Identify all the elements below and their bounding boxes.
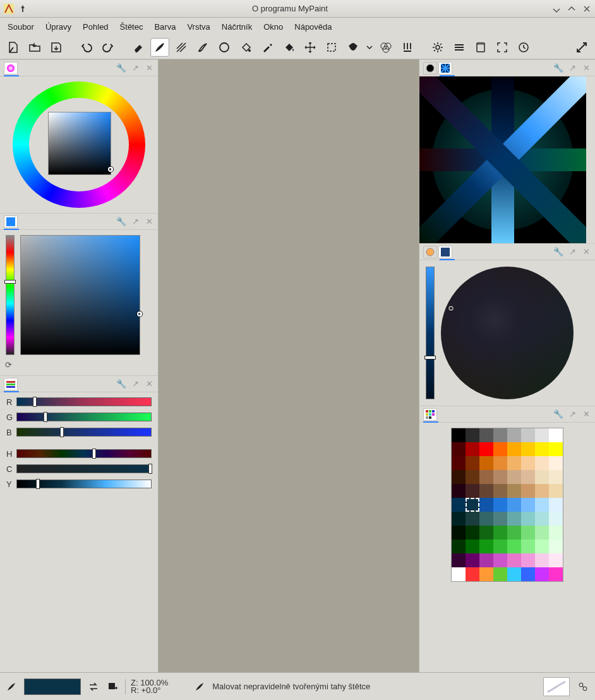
palette-swatch[interactable] xyxy=(493,567,507,581)
palette-swatch[interactable] xyxy=(549,428,563,442)
scratchpad-button[interactable] xyxy=(471,38,490,57)
add-color-icon[interactable] xyxy=(106,677,119,696)
palette-swatch[interactable] xyxy=(479,470,493,484)
palette-swatch[interactable] xyxy=(535,442,549,456)
palette-swatch[interactable] xyxy=(466,526,479,540)
palette-swatch[interactable] xyxy=(521,512,535,526)
slider-g[interactable]: G xyxy=(6,411,152,423)
palette-swatch[interactable] xyxy=(507,442,521,456)
close-icon[interactable]: ✕ xyxy=(144,217,154,227)
palette-swatch[interactable] xyxy=(535,526,549,540)
brush-preview[interactable] xyxy=(543,677,570,696)
palette-swatch[interactable] xyxy=(549,456,563,470)
expand-button[interactable] xyxy=(572,38,591,57)
palette-swatch[interactable] xyxy=(466,442,479,456)
close-icon[interactable]: ✕ xyxy=(581,63,591,73)
wash-square-tab[interactable] xyxy=(438,246,452,258)
cross-picker[interactable] xyxy=(419,76,586,243)
palette-swatch[interactable] xyxy=(521,428,535,442)
current-color-swatch[interactable] xyxy=(24,679,81,695)
slider-y[interactable]: Y xyxy=(6,478,152,490)
palette-swatch[interactable] xyxy=(493,553,507,567)
palette-swatch[interactable] xyxy=(535,456,549,470)
palette-swatch[interactable] xyxy=(466,540,479,553)
swap-colors-icon[interactable] xyxy=(87,677,100,696)
palette-swatch[interactable] xyxy=(452,484,466,498)
brush-icon[interactable] xyxy=(5,677,18,696)
hsv-wheel[interactable] xyxy=(13,81,145,208)
lines-tool-button[interactable] xyxy=(172,38,191,57)
close-icon[interactable]: ✕ xyxy=(581,409,591,419)
palette-swatch[interactable] xyxy=(535,428,549,442)
detach-icon[interactable]: ↗ xyxy=(130,379,140,389)
maximize-button[interactable] xyxy=(567,4,576,13)
palette-swatch[interactable] xyxy=(493,442,507,456)
palette-swatch[interactable] xyxy=(493,428,507,442)
palette-swatch[interactable] xyxy=(549,512,563,526)
palette-swatch[interactable] xyxy=(521,498,535,512)
history-button[interactable] xyxy=(514,38,533,57)
palette-swatch[interactable] xyxy=(452,470,466,484)
palette-swatch[interactable] xyxy=(493,470,507,484)
hue-bar[interactable] xyxy=(6,235,15,355)
menu-soubor[interactable]: Soubor xyxy=(8,22,34,32)
brush-settings-icon[interactable] xyxy=(576,677,590,696)
brush-group-button[interactable] xyxy=(398,38,417,57)
fullscreen-button[interactable] xyxy=(493,38,512,57)
palette-swatch[interactable] xyxy=(521,484,535,498)
move-button[interactable] xyxy=(301,38,320,57)
palette-swatch[interactable] xyxy=(549,498,563,512)
palette-swatch[interactable] xyxy=(493,498,507,512)
palette-swatch[interactable] xyxy=(549,484,563,498)
palette-swatch[interactable] xyxy=(521,526,535,540)
detach-icon[interactable]: ↗ xyxy=(567,409,577,419)
menu-okno[interactable]: Okno xyxy=(263,22,283,32)
detach-icon[interactable]: ↗ xyxy=(567,63,577,73)
open-button[interactable] xyxy=(25,38,44,57)
close-button[interactable] xyxy=(582,4,591,13)
palette-swatch[interactable] xyxy=(507,526,521,540)
redo-button[interactable] xyxy=(99,38,117,57)
palette-swatch[interactable] xyxy=(535,484,549,498)
palette-swatch[interactable] xyxy=(507,512,521,526)
color-square-tab[interactable] xyxy=(4,215,18,228)
palette-swatch[interactable] xyxy=(549,470,563,484)
palette-swatch[interactable] xyxy=(466,512,479,526)
close-icon[interactable]: ✕ xyxy=(144,379,154,389)
wash-ring-tab[interactable] xyxy=(423,246,437,258)
close-icon[interactable]: ✕ xyxy=(581,247,591,257)
detach-icon[interactable]: ↗ xyxy=(567,247,577,257)
slider-b[interactable]: B xyxy=(6,426,152,438)
picker-button[interactable] xyxy=(258,38,277,57)
palette-swatch[interactable] xyxy=(493,540,507,553)
bucket-button[interactable] xyxy=(279,38,298,57)
palette-swatch[interactable] xyxy=(466,470,479,484)
wrench-icon[interactable]: 🔧 xyxy=(553,63,563,73)
slider-r[interactable]: R xyxy=(6,396,152,407)
canvas[interactable] xyxy=(158,59,419,672)
layers-button[interactable] xyxy=(450,38,469,57)
palette-swatch[interactable] xyxy=(479,498,493,512)
palette-swatch[interactable] xyxy=(535,498,549,512)
palette-swatch[interactable] xyxy=(535,512,549,526)
crop-button[interactable] xyxy=(322,38,341,57)
wrench-icon[interactable]: 🔧 xyxy=(116,217,126,227)
ellipse-tool-button[interactable] xyxy=(215,38,234,57)
palette-swatch[interactable] xyxy=(452,512,466,526)
palette-swatch[interactable] xyxy=(493,484,507,498)
palette-swatch[interactable] xyxy=(466,498,479,512)
new-button[interactable] xyxy=(4,38,23,57)
palette-swatch[interactable] xyxy=(549,553,563,567)
palette-swatch[interactable] xyxy=(493,526,507,540)
palette-swatch[interactable] xyxy=(535,567,549,581)
palette-swatch[interactable] xyxy=(466,553,479,567)
dropdown-icon[interactable] xyxy=(365,38,374,57)
palette-swatch[interactable] xyxy=(507,540,521,553)
fill-tool-button[interactable] xyxy=(236,38,255,57)
palette-swatch[interactable] xyxy=(507,484,521,498)
palette-swatch[interactable] xyxy=(479,526,493,540)
wash-wheel[interactable] xyxy=(441,267,574,399)
color-mix-button[interactable] xyxy=(376,38,395,57)
palette-swatch[interactable] xyxy=(549,442,563,456)
palette-swatch[interactable] xyxy=(521,567,535,581)
